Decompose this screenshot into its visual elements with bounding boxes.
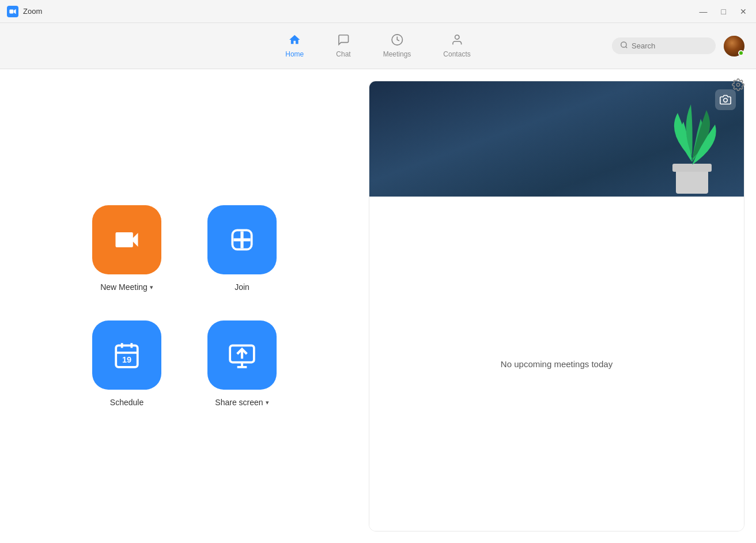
contacts-icon: [451, 33, 463, 48]
home-icon: [288, 33, 301, 48]
svg-point-4: [621, 42, 626, 47]
nav-tab-meetings[interactable]: Meetings: [367, 29, 428, 63]
meetings-tab-label: Meetings: [383, 50, 411, 58]
new-meeting-chevron: ▾: [150, 284, 153, 291]
actions-grid: New Meeting ▾ Join: [92, 205, 277, 407]
meeting-body: No upcoming meetings today: [369, 197, 744, 531]
share-screen-chevron: ▾: [266, 399, 269, 406]
chat-tab-label: Chat: [336, 50, 350, 58]
search-box[interactable]: [612, 37, 716, 54]
join-button[interactable]: [207, 205, 277, 274]
banner-illustration: [652, 87, 732, 197]
user-avatar-container[interactable]: [724, 36, 744, 56]
title-left: Zoom: [7, 6, 42, 17]
app-title: Zoom: [23, 7, 42, 16]
search-icon: [620, 41, 628, 51]
schedule-button[interactable]: 19: [92, 320, 161, 390]
online-status-indicator: [738, 50, 744, 56]
minimize-button[interactable]: —: [697, 6, 710, 17]
nav-tabs: Home Chat Meetings: [269, 29, 486, 63]
nav-right: [612, 36, 744, 56]
svg-rect-0: [9, 9, 13, 13]
settings-icon[interactable]: [732, 78, 744, 94]
join-label: Join: [235, 282, 250, 292]
schedule-text: Schedule: [110, 398, 143, 407]
svg-point-6: [736, 83, 740, 86]
share-screen-label: Share screen ▾: [215, 398, 269, 407]
left-panel: New Meeting ▾ Join: [0, 69, 369, 543]
new-meeting-label: New Meeting ▾: [100, 282, 153, 292]
join-text: Join: [235, 282, 250, 292]
share-screen-action[interactable]: Share screen ▾: [207, 320, 277, 407]
main-content: New Meeting ▾ Join: [0, 69, 756, 543]
zoom-logo: [7, 6, 18, 17]
maximize-button[interactable]: □: [719, 6, 728, 17]
svg-marker-1: [14, 9, 16, 13]
nav-tab-contacts[interactable]: Contacts: [427, 29, 486, 63]
schedule-action[interactable]: 19 Schedule: [92, 320, 161, 407]
share-screen-text: Share screen: [215, 398, 263, 407]
no-meetings-text: No upcoming meetings today: [501, 359, 613, 369]
join-action[interactable]: Join: [207, 205, 277, 292]
right-panel: No upcoming meetings today: [369, 69, 756, 543]
nav-tab-chat[interactable]: Chat: [320, 29, 366, 63]
meetings-icon: [391, 33, 403, 48]
svg-rect-21: [672, 164, 712, 172]
new-meeting-text: New Meeting: [100, 282, 148, 292]
schedule-label: Schedule: [110, 398, 143, 407]
contacts-tab-label: Contacts: [443, 50, 470, 58]
svg-point-3: [455, 35, 459, 39]
svg-text:19: 19: [122, 355, 131, 364]
home-tab-label: Home: [285, 50, 304, 58]
new-meeting-action[interactable]: New Meeting ▾: [92, 205, 161, 292]
nav-tab-home[interactable]: Home: [269, 29, 320, 63]
chat-icon: [337, 33, 350, 48]
nav-bar: Home Chat Meetings: [0, 23, 756, 69]
window-controls: — □ ✕: [697, 6, 749, 17]
share-screen-button[interactable]: [207, 320, 277, 390]
close-button[interactable]: ✕: [738, 6, 749, 17]
title-bar: Zoom — □ ✕: [0, 0, 756, 23]
new-meeting-button[interactable]: [92, 205, 161, 274]
meeting-banner: [369, 81, 744, 197]
svg-line-5: [626, 47, 628, 48]
search-input[interactable]: [632, 42, 706, 50]
meeting-card: No upcoming meetings today: [369, 81, 744, 531]
